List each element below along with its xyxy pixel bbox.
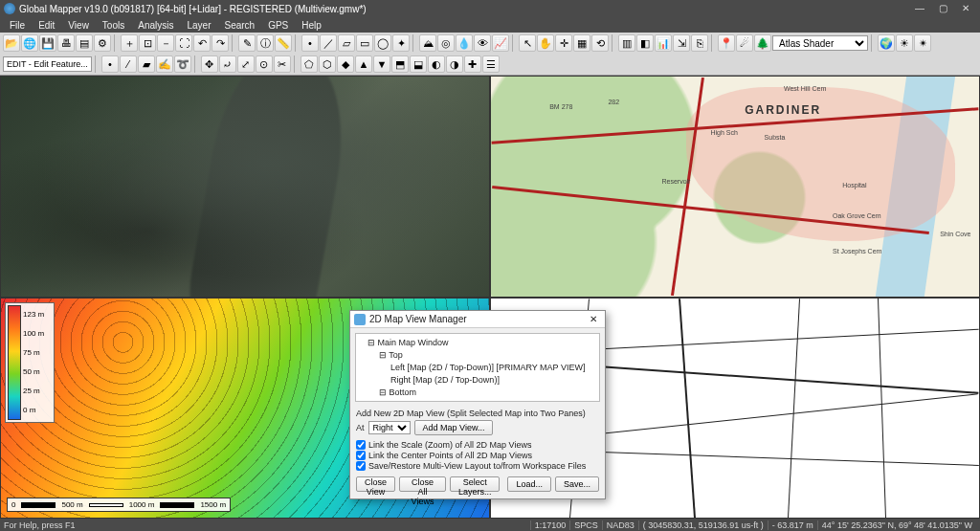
menu-edit[interactable]: Edit [33, 19, 60, 32]
add-map-view-button[interactable]: Add Map View... [414, 420, 494, 435]
forest-icon[interactable]: 🌲 [754, 34, 771, 52]
menu-view[interactable]: View [62, 19, 95, 32]
rotate-icon[interactable]: ⟲ [591, 34, 609, 52]
shader-select[interactable]: Atlas Shader [772, 35, 868, 51]
measure-icon[interactable]: 📏 [275, 34, 292, 52]
chart-icon[interactable]: 📊 [655, 34, 672, 52]
tool-a-icon[interactable]: ⬠ [301, 55, 318, 73]
tool-c-icon[interactable]: ◆ [337, 55, 354, 73]
dialog-titlebar[interactable]: 2D Map View Manager ✕ [350, 311, 605, 328]
viewshed-icon[interactable]: 👁 [474, 34, 491, 52]
swirl-icon[interactable]: ✴ [914, 34, 931, 52]
info-icon[interactable]: ⓘ [256, 34, 274, 52]
app-icon [4, 3, 15, 14]
layers-icon[interactable]: ▤ [76, 34, 93, 52]
topo-label-highsch: High Sch [711, 129, 738, 136]
pane-top-right-topo[interactable]: GARDINER West Hill Cem High Sch Substa R… [490, 76, 980, 298]
draw-circle-icon[interactable]: ◯ [374, 34, 391, 52]
tool-e-icon[interactable]: ▼ [373, 55, 390, 73]
edit-mode-label[interactable]: EDIT - Edit Feature... [3, 56, 92, 72]
draw-line-icon[interactable]: ／ [320, 34, 337, 52]
split-tool-icon[interactable]: ✂ [274, 55, 291, 73]
window-minimize-button[interactable]: — [909, 2, 930, 15]
print-icon[interactable]: 🖶 [57, 34, 75, 52]
gps-icon[interactable]: 📍 [718, 34, 735, 52]
redo-icon[interactable]: ↷ [212, 34, 229, 52]
save-button[interactable]: Save... [555, 476, 599, 492]
link-scale-checkbox[interactable]: Link the Scale (Zoom) of All 2D Map View… [350, 440, 605, 450]
save-icon[interactable]: 💾 [39, 34, 56, 52]
status-bar: For Help, press F1 1:17100 SPCS NAD83 ( … [0, 519, 980, 531]
script-icon[interactable]: ⎘ [691, 34, 708, 52]
menu-layer[interactable]: Layer [181, 19, 216, 32]
tool-k-icon[interactable]: ☰ [482, 55, 500, 73]
edit-vertex-icon[interactable]: ✦ [392, 34, 410, 52]
view-tree[interactable]: ⊟ Main Map Window ⊟ Top Left [Map (2D / … [355, 333, 600, 402]
menu-gps[interactable]: GPS [262, 19, 294, 32]
draw-polygon-icon[interactable]: ▱ [338, 34, 355, 52]
open-icon[interactable]: 📂 [3, 34, 20, 52]
digitize-line-icon[interactable]: ∕ [120, 55, 137, 73]
save-layout-checkbox[interactable]: Save/Restore Multi-View Layout to/from W… [350, 461, 605, 471]
link-center-checkbox[interactable]: Link the Center Points of All 2D Map Vie… [350, 451, 605, 460]
menu-tools[interactable]: Tools [97, 19, 130, 32]
status-coords: ( 3045830.31, 519136.91 us-ft ) [638, 520, 768, 530]
close-view-button[interactable]: Close View [356, 476, 395, 492]
terrain-icon[interactable]: ⛰ [419, 34, 436, 52]
move-tool-icon[interactable]: ✥ [201, 55, 218, 73]
rotate-tool-icon[interactable]: ⤾ [219, 55, 236, 73]
profile-icon[interactable]: 📈 [492, 34, 509, 52]
menu-analysis[interactable]: Analysis [132, 19, 179, 32]
digitize-area-icon[interactable]: ▰ [138, 55, 155, 73]
lidar-icon[interactable]: ☄ [736, 34, 753, 52]
tool-g-icon[interactable]: ⬓ [410, 55, 427, 73]
tool-f-icon[interactable]: ⬒ [391, 55, 409, 73]
sun-icon[interactable]: ☀ [896, 34, 913, 52]
load-button[interactable]: Load... [507, 476, 551, 492]
tool-h-icon[interactable]: ◐ [428, 55, 445, 73]
tool-j-icon[interactable]: ✚ [464, 55, 481, 73]
topo-label-oakgrove: Oak Grove Cem [833, 212, 881, 219]
window-close-button[interactable]: ✕ [955, 2, 976, 15]
contour-icon[interactable]: ◎ [437, 34, 455, 52]
settings-icon[interactable]: ⚙ [94, 34, 111, 52]
at-label: At [356, 423, 365, 432]
draw-rect-icon[interactable]: ▭ [356, 34, 373, 52]
window-maximize-button[interactable]: ▢ [932, 2, 953, 15]
zoom-in-icon[interactable]: ＋ [121, 34, 138, 52]
draw-point-icon[interactable]: • [301, 34, 319, 52]
pan-icon[interactable]: ✋ [537, 34, 554, 52]
crosshair-icon[interactable]: ✛ [555, 34, 572, 52]
globe-online-icon[interactable]: 🌍 [878, 34, 895, 52]
vertex-tool-icon[interactable]: ⊙ [256, 55, 273, 73]
pane-top-left-aerial[interactable] [0, 76, 490, 298]
globe-icon[interactable]: 🌐 [21, 34, 38, 52]
menu-file[interactable]: File [4, 19, 31, 32]
tool-i-icon[interactable]: ◑ [446, 55, 463, 73]
watershed-icon[interactable]: 💧 [456, 34, 473, 52]
digitize-trace-icon[interactable]: ➰ [174, 55, 191, 73]
digitize-point-icon[interactable]: • [101, 55, 119, 73]
at-position-select[interactable]: Right [368, 421, 411, 434]
grid-nav-icon[interactable]: ▦ [573, 34, 590, 52]
menu-help[interactable]: Help [296, 19, 327, 32]
close-all-views-button[interactable]: Close All Views [399, 476, 446, 492]
status-latlon: 44° 15' 25.2363" N, 69° 48' 41.0135" W [817, 520, 976, 530]
scale-tool-icon[interactable]: ⤢ [237, 55, 255, 73]
tool-d-icon[interactable]: ▲ [355, 55, 372, 73]
multiview-icon[interactable]: ▥ [618, 34, 635, 52]
dialog-icon [354, 314, 366, 325]
menu-search[interactable]: Search [218, 19, 260, 32]
zoom-out-icon[interactable]: － [157, 34, 174, 52]
dialog-close-button[interactable]: ✕ [586, 314, 601, 324]
3d-view-icon[interactable]: ◧ [636, 34, 654, 52]
pencil-icon[interactable]: ✎ [238, 34, 256, 52]
undo-icon[interactable]: ↶ [193, 34, 211, 52]
tool-b-icon[interactable]: ⬡ [319, 55, 336, 73]
select-arrow-icon[interactable]: ↖ [519, 34, 536, 52]
zoom-extent-icon[interactable]: ⛶ [175, 34, 192, 52]
digitize-freehand-icon[interactable]: ✍ [156, 55, 173, 73]
export-icon[interactable]: ⇲ [673, 34, 690, 52]
zoom-selection-icon[interactable]: ⊡ [139, 34, 156, 52]
select-layers-button[interactable]: Select Layers... [450, 476, 501, 492]
